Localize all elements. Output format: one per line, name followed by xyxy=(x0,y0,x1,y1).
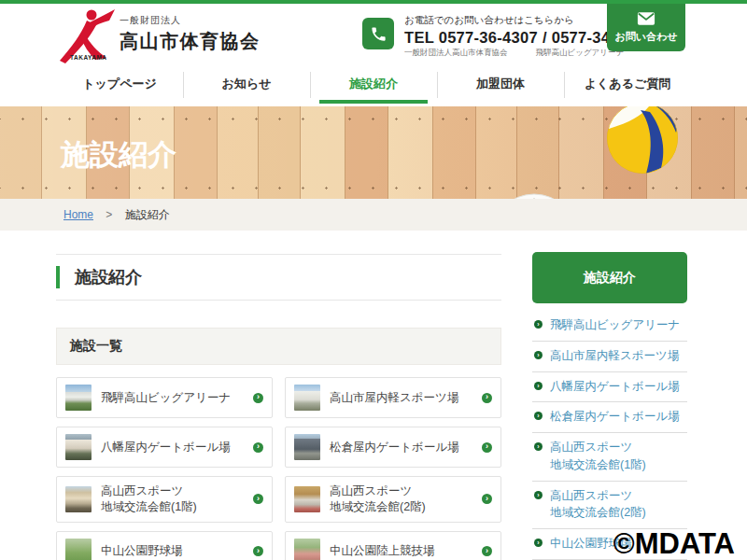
bullet-arrow-icon xyxy=(534,412,543,420)
facility-thumbnail xyxy=(294,434,320,460)
breadcrumb-home-link[interactable]: Home xyxy=(63,208,93,221)
sidebar: 施設紹介 飛騨高山ビッグアリーナ 高山市屋内軽スポーツ場 八幡屋内ゲートボール場… xyxy=(532,231,687,560)
bullet-arrow-icon xyxy=(534,382,543,390)
bullet-arrow-icon xyxy=(534,442,543,451)
logo-figure-icon: TAKAYAMA xyxy=(58,7,116,64)
arrow-circle-icon xyxy=(482,442,492,453)
floor-nail-dots-bottom xyxy=(0,187,747,189)
arrow-circle-icon xyxy=(482,393,492,403)
sidebar-link-label: 高山西スポーツ 地域交流会館(1階) xyxy=(550,439,646,474)
facility-card-label: 八幡屋内ゲートボール場 xyxy=(101,440,231,455)
nav-item[interactable]: トップページ xyxy=(56,63,183,106)
watermark: ©MDATA xyxy=(613,527,735,560)
org-type: 一般財団法人 xyxy=(120,14,261,27)
sidebar-link-label: 高山市屋内軽スポーツ場 xyxy=(550,347,679,365)
nav-item[interactable]: よくあるご質問 xyxy=(564,63,691,106)
facility-card-label: 松倉屋内ゲートボール場 xyxy=(330,440,459,455)
facility-card[interactable]: 高山西スポーツ 地域交流会館(1階) xyxy=(56,476,273,523)
logo-wordmark: TAKAYAMA xyxy=(70,54,107,61)
facility-list-heading: 施設一覧 xyxy=(56,328,501,365)
nav-item-label: トップページ xyxy=(82,77,157,91)
volleyball-icon xyxy=(605,106,680,175)
hero-title: 施設紹介 xyxy=(61,135,176,175)
phone-caption-org: 一般財団法人高山市体育協会 xyxy=(404,48,508,59)
sidebar-link[interactable]: 八幡屋内ゲートボール場 xyxy=(532,372,687,403)
sidebar-link-label: 高山西スポーツ 地域交流会館(2階) xyxy=(550,487,646,523)
nav-row: トップページ お知らせ 施設紹介 加盟団体 よくあるご質問 xyxy=(56,63,691,106)
facility-card-grid: 飛騨高山ビッグアリーナ 高山市屋内軽スポーツ場 八幡屋内ゲートボール場 松倉屋内… xyxy=(56,377,501,560)
arrow-circle-icon xyxy=(253,546,263,556)
facility-card[interactable]: 松倉屋内ゲートボール場 xyxy=(285,427,501,468)
sidebar-link[interactable]: 高山市屋内軽スポーツ場 xyxy=(532,342,687,372)
nav-item-label: お知らせ xyxy=(222,77,272,91)
contact-button[interactable]: お問い合わせ xyxy=(607,4,685,51)
sidebar-link[interactable]: 高山西スポーツ 地域交流会館(2階) xyxy=(532,482,687,530)
site-logo[interactable]: TAKAYAMA xyxy=(58,7,116,64)
page: TAKAYAMA 一般財団法人 高山市体育協会 お電話でのお問い合わせはこちらか… xyxy=(0,0,747,560)
org-title-block: 一般財団法人 高山市体育協会 xyxy=(120,14,261,54)
sidebar-link[interactable]: 松倉屋内ゲートボール場 xyxy=(532,402,687,433)
facility-thumbnail xyxy=(65,539,92,560)
facility-card-label: 高山市屋内軽スポーツ場 xyxy=(330,390,458,406)
nav-item[interactable]: 施設紹介 xyxy=(310,63,437,106)
facility-thumbnail xyxy=(65,486,92,512)
nav-item[interactable]: お知らせ xyxy=(183,63,310,106)
arrow-circle-icon xyxy=(482,546,492,556)
sidebar-section-button[interactable]: 施設紹介 xyxy=(532,252,687,303)
facility-card[interactable]: 高山市屋内軽スポーツ場 xyxy=(285,377,501,418)
facility-card[interactable]: 飛騨高山ビッグアリーナ xyxy=(56,377,273,418)
mail-icon xyxy=(637,11,655,26)
page-title: 施設紹介 xyxy=(56,266,142,288)
facility-card[interactable]: 中山公園野球場 xyxy=(56,531,273,560)
facility-thumbnail xyxy=(65,385,92,411)
nav-item-label: よくあるご質問 xyxy=(585,77,671,91)
breadcrumb: Home > 施設紹介 xyxy=(0,199,747,231)
bullet-arrow-icon xyxy=(534,539,543,547)
sidebar-link-list: 飛騨高山ビッグアリーナ 高山市屋内軽スポーツ場 八幡屋内ゲートボール場 松倉屋内… xyxy=(532,311,687,560)
facility-card-label: 飛騨高山ビッグアリーナ xyxy=(101,390,231,406)
main-content: 施設紹介 施設一覧 飛騨高山ビッグアリーナ 高山市屋内軽スポーツ場 八幡屋内ゲー… xyxy=(56,231,501,560)
breadcrumb-separator: > xyxy=(106,208,112,221)
hero-banner: 施設紹介 xyxy=(0,106,747,199)
main-nav: トップページ お知らせ 施設紹介 加盟団体 よくあるご質問 xyxy=(0,63,747,106)
org-name: 高山市体育協会 xyxy=(120,29,261,54)
facility-card[interactable]: 八幡屋内ゲートボール場 xyxy=(56,427,273,468)
phone-icon xyxy=(362,18,394,49)
breadcrumb-current: 施設紹介 xyxy=(125,208,170,221)
facility-card-label: 高山西スポーツ 地域交流会館(2階) xyxy=(330,483,426,515)
sidebar-link-label: 飛騨高山ビッグアリーナ xyxy=(550,316,680,334)
sidebar-link[interactable]: 高山西スポーツ 地域交流会館(1階) xyxy=(532,433,687,482)
page-title-block: 施設紹介 xyxy=(56,254,501,301)
nav-item-label: 施設紹介 xyxy=(349,77,398,91)
arrow-circle-icon xyxy=(253,393,263,403)
bullet-arrow-icon xyxy=(534,351,543,359)
sidebar-link[interactable]: 飛騨高山ビッグアリーナ xyxy=(532,311,687,342)
facility-thumbnail xyxy=(294,539,320,560)
arrow-circle-icon xyxy=(253,494,263,504)
arrow-circle-icon xyxy=(482,494,492,504)
facility-card[interactable]: 中山公園陸上競技場 xyxy=(285,531,501,560)
facility-thumbnail xyxy=(294,486,320,512)
facility-thumbnail xyxy=(65,434,92,460)
bullet-arrow-icon xyxy=(534,320,543,329)
sidebar-link-label: 八幡屋内ゲートボール場 xyxy=(550,378,680,396)
nav-item[interactable]: 加盟団体 xyxy=(437,63,564,106)
site-header: TAKAYAMA 一般財団法人 高山市体育協会 お電話でのお問い合わせはこちらか… xyxy=(0,4,747,63)
facility-card-label: 中山公園野球場 xyxy=(101,543,183,559)
arrow-circle-icon xyxy=(253,442,263,453)
facility-card-label: 高山西スポーツ 地域交流会館(1階) xyxy=(101,483,197,515)
sidebar-link-label: 松倉屋内ゲートボール場 xyxy=(550,408,680,426)
bullet-arrow-icon xyxy=(534,491,543,499)
facility-card[interactable]: 高山西スポーツ 地域交流会館(2階) xyxy=(285,476,501,523)
soccer-ball-icon xyxy=(489,192,579,199)
facility-thumbnail xyxy=(294,385,320,411)
contact-button-label: お問い合わせ xyxy=(614,30,677,44)
nav-item-label: 加盟団体 xyxy=(476,77,525,91)
facility-card-label: 中山公園陸上競技場 xyxy=(330,543,435,559)
